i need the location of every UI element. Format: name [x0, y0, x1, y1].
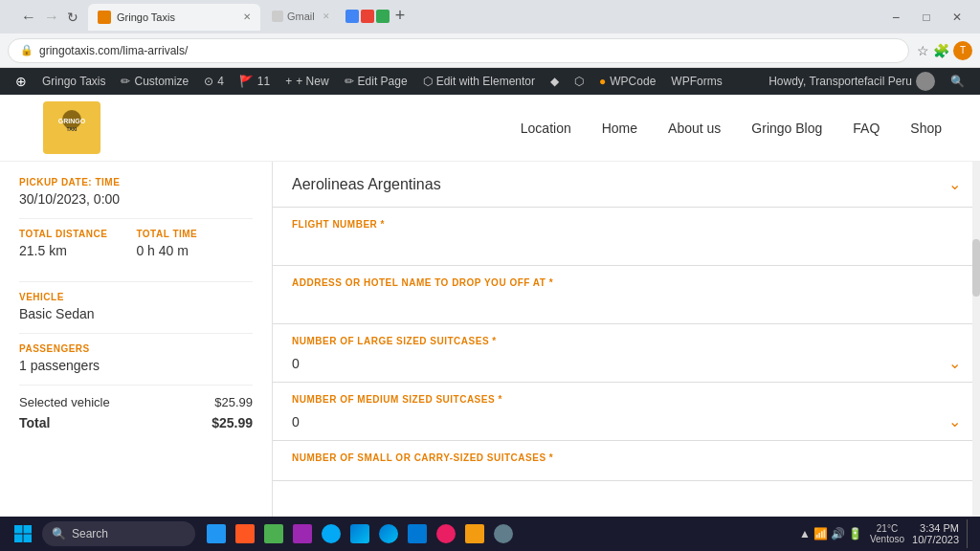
inactive-tab-favicon [272, 11, 283, 22]
extension-icon[interactable]: 🧩 [933, 43, 949, 58]
taskbar-app-2[interactable] [232, 520, 258, 547]
tray-wifi-icon[interactable]: 📶 [813, 527, 828, 540]
updates-item[interactable]: 🚩 11 [232, 68, 278, 95]
medium-suitcases-chevron[interactable]: ⌄ [948, 412, 961, 430]
tab-close-icon[interactable]: ✕ [243, 11, 251, 22]
flight-number-label: FLIGHT NUMBER * [292, 219, 961, 230]
taskbar-pinned-apps [203, 520, 517, 547]
wp-logo-item[interactable]: ⊕ [8, 68, 34, 95]
customize-item[interactable]: ✏ Customize [113, 68, 196, 95]
minimize-button[interactable]: − [880, 4, 911, 31]
nav-faq[interactable]: FAQ [853, 121, 880, 136]
maximize-button[interactable]: □ [911, 4, 942, 31]
inactive-tab[interactable]: Gmail ✕ [264, 5, 338, 28]
wpcode-dot: ● [599, 75, 606, 88]
svg-rect-4 [14, 525, 23, 534]
elementor-icon: ⬡ [423, 75, 433, 88]
edit-page-item[interactable]: ✏ Edit Page [337, 68, 415, 95]
site-name-label: Gringo Taxis [42, 75, 105, 88]
taskbar-search-bar[interactable]: 🔍 Search [42, 521, 195, 546]
howdy-item[interactable]: Howdy, Transportefacil Peru [761, 68, 943, 95]
system-clock[interactable]: 3:34 PM 10/7/2023 [912, 522, 959, 545]
logo-svg: GRINGO TAXI [46, 104, 99, 152]
wpcode-item[interactable]: ● WPCode [591, 68, 663, 95]
vehicle-label: VEHICLE [19, 292, 253, 302]
url-field[interactable]: 🔒 gringotaxis.com/lima-arrivals/ [8, 38, 909, 63]
nav-about[interactable]: About us [668, 121, 721, 136]
new-tab-button[interactable]: + [395, 6, 406, 26]
diamond-item[interactable]: ◆ [543, 68, 567, 95]
taskbar-app-settings[interactable] [490, 520, 517, 547]
reload-button[interactable]: ↻ [65, 10, 80, 25]
medium-suitcases-field: NUMBER OF MEDIUM SIZED SUITCASES * 0 ⌄ [273, 383, 980, 441]
taskbar-app-3[interactable] [260, 520, 287, 547]
large-suitcases-chevron[interactable]: ⌄ [948, 354, 961, 372]
svg-rect-7 [24, 535, 33, 543]
taskbar-app-music[interactable] [433, 520, 459, 547]
new-item[interactable]: + + New [278, 68, 336, 95]
forward-button[interactable]: → [42, 9, 61, 26]
start-button[interactable] [8, 519, 38, 548]
taskbar-app-files[interactable] [461, 520, 488, 547]
small-suitcases-field: NUMBER OF SMALL OR CARRY-SIZED SUITCASES… [273, 441, 980, 481]
edit-elementor-item[interactable]: ⬡ Edit with Elementor [415, 68, 543, 95]
taskbar-app-edge[interactable] [346, 520, 373, 547]
system-tray-icons: ▲ 📶 🔊 🔋 [799, 527, 862, 540]
files-icon [465, 524, 484, 543]
pencil-icon: ✏ [345, 75, 354, 88]
taskbar-app-5[interactable] [318, 520, 345, 547]
bookmark-icon[interactable]: ☆ [917, 43, 929, 58]
updates-count: 11 [257, 75, 270, 88]
nav-home[interactable]: Home [602, 121, 637, 136]
app-icon-1 [207, 524, 226, 543]
active-tab[interactable]: Gringo Taxis ✕ [88, 4, 260, 31]
nav-shop[interactable]: Shop [910, 121, 942, 136]
taskbar-app-1[interactable] [203, 520, 230, 547]
comments-item[interactable]: ⊙ 4 [196, 68, 232, 95]
site-name-item[interactable]: Gringo Taxis [34, 68, 113, 95]
customize-icon: ✏ [121, 75, 130, 88]
updates-icon: 🚩 [239, 75, 254, 88]
edge-icon [350, 524, 369, 543]
site-logo[interactable]: GRINGO TAXI [38, 99, 105, 157]
total-label: Total [19, 415, 50, 430]
settings-icon [494, 524, 513, 543]
taskbar-search-text: Search [72, 527, 108, 540]
hex-item[interactable]: ⬡ [567, 68, 591, 95]
small-suitcases-label: NUMBER OF SMALL OR CARRY-SIZED SUITCASES… [292, 452, 961, 463]
hex-icon: ⬡ [574, 75, 584, 88]
tray-icon-1[interactable]: ▲ [799, 527, 811, 540]
nav-blog[interactable]: Gringo Blog [751, 121, 822, 136]
main-content: PICKUP DATE: TIME 30/10/2023, 0:00 TOTAL… [0, 162, 980, 551]
wpforms-item[interactable]: WPForms [663, 68, 729, 95]
vehicle-value: Basic Sedan [19, 306, 253, 321]
taskbar-app-mail[interactable] [404, 520, 431, 547]
address-input[interactable] [292, 296, 961, 314]
flight-number-input[interactable] [292, 237, 961, 255]
scrollbar-thumb[interactable] [972, 239, 980, 297]
tray-battery-icon[interactable]: 🔋 [848, 527, 862, 540]
nav-location[interactable]: Location [521, 121, 571, 136]
taskbar-app-4[interactable] [289, 520, 316, 547]
wpcode-label: WPCode [610, 75, 656, 88]
taskbar-search-icon: 🔍 [52, 527, 66, 540]
wpforms-label: WPForms [671, 75, 722, 88]
customize-label: Customize [134, 75, 189, 88]
back-button[interactable]: ← [19, 9, 38, 26]
tab-label: Gringo Taxis [117, 11, 175, 23]
taskbar-app-store[interactable] [375, 520, 402, 547]
weather-widget[interactable]: 21°C Ventoso [870, 523, 904, 544]
taskbar: 🔍 Search [0, 517, 980, 551]
inactive-tab-close[interactable]: ✕ [323, 11, 330, 21]
total-row: Total $25.99 [19, 415, 253, 430]
airline-selector[interactable]: Aerolineas Argentinas ⌄ [273, 162, 980, 208]
show-desktop-button[interactable] [967, 519, 972, 548]
time-value: 0 h 40 m [136, 243, 197, 258]
close-button[interactable]: ✕ [942, 4, 972, 31]
profile-icon[interactable]: T [953, 41, 972, 60]
tray-volume-icon[interactable]: 🔊 [831, 527, 845, 540]
wp-admin-toolbar: ⊕ Gringo Taxis ✏ Customize ⊙ 4 🚩 11 + + … [0, 68, 980, 95]
address-bar: 🔒 gringotaxis.com/lima-arrivals/ ☆ 🧩 T [0, 33, 980, 68]
search-toolbar-item[interactable]: 🔍 [943, 68, 972, 95]
weather-temp: 21°C [877, 523, 898, 534]
